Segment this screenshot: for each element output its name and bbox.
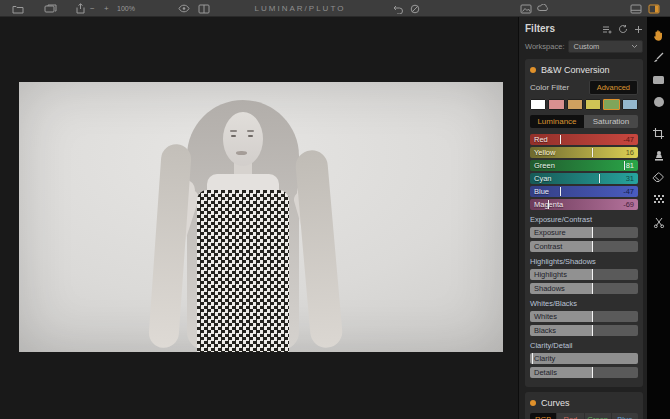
zoom-out-button[interactable]: − bbox=[90, 0, 95, 17]
radial-mask-tool-icon[interactable] bbox=[651, 94, 666, 109]
color-slider[interactable]: Blue -47 bbox=[530, 186, 638, 197]
slider-thumb[interactable] bbox=[592, 148, 593, 157]
slider-thumb[interactable] bbox=[599, 174, 600, 183]
color-slider[interactable]: Green 81 bbox=[530, 160, 638, 171]
slider-thumb[interactable] bbox=[592, 227, 593, 238]
curve-channel-tab[interactable]: Blue bbox=[612, 413, 638, 419]
image-icon[interactable] bbox=[520, 0, 532, 17]
advanced-button[interactable]: Advanced bbox=[589, 80, 638, 95]
brush-tool-icon[interactable] bbox=[651, 50, 666, 65]
compare-view-icon[interactable] bbox=[198, 0, 210, 17]
slider-thumb[interactable] bbox=[532, 353, 533, 364]
filters-panel: Filters Workspace: Custom bbox=[518, 17, 647, 419]
curve-channel-tab[interactable]: RGB bbox=[530, 413, 556, 419]
adjustment-slider[interactable]: Clarity bbox=[530, 353, 638, 364]
color-slider[interactable]: Yellow 16 bbox=[530, 147, 638, 158]
color-slider[interactable]: Red -47 bbox=[530, 134, 638, 145]
slider-label: Details bbox=[534, 368, 557, 377]
filters-panel-title: Filters bbox=[525, 23, 602, 34]
export-icon[interactable] bbox=[76, 0, 85, 17]
luminar-app: − + 100% LUMINAR/PLUTO bbox=[0, 0, 670, 419]
color-swatch[interactable] bbox=[585, 99, 601, 110]
color-slider[interactable]: Cyan 31 bbox=[530, 173, 638, 184]
color-swatch[interactable] bbox=[603, 99, 619, 110]
denoise-tool-icon[interactable] bbox=[651, 192, 666, 207]
filter-enabled-dot[interactable] bbox=[530, 400, 536, 406]
slider-label: Exposure bbox=[534, 228, 566, 237]
slider-thumb[interactable] bbox=[560, 187, 561, 196]
photo-figure bbox=[230, 130, 237, 132]
photo-figure-hair bbox=[294, 149, 343, 349]
zoom-level[interactable]: 100% bbox=[117, 0, 135, 17]
crop-tool-icon[interactable] bbox=[651, 126, 666, 141]
gradient-mask-tool-icon[interactable] bbox=[651, 72, 666, 87]
color-swatch[interactable] bbox=[567, 99, 583, 110]
workspace-label: Workspace: bbox=[525, 42, 564, 51]
slider-value: 31 bbox=[626, 174, 634, 183]
bw-conversion-title: B&W Conversion bbox=[541, 65, 610, 75]
curve-channel-tab[interactable]: Green bbox=[585, 413, 611, 419]
adjustment-slider[interactable]: Contrast bbox=[530, 241, 638, 252]
slider-value: -69 bbox=[623, 200, 634, 209]
adjustment-slider[interactable]: Exposure bbox=[530, 227, 638, 238]
preview-eye-icon[interactable] bbox=[178, 0, 190, 17]
add-filter-icon[interactable] bbox=[602, 20, 612, 38]
folder-icon[interactable] bbox=[12, 0, 24, 17]
curve-channel-tabs: RGBRedGreenBlue bbox=[530, 413, 638, 419]
color-filter-swatches bbox=[530, 99, 638, 110]
color-swatch[interactable] bbox=[530, 99, 546, 110]
slider-label: Blue bbox=[534, 187, 623, 196]
panel-right-icon[interactable] bbox=[648, 0, 660, 17]
zoom-in-button[interactable]: + bbox=[104, 0, 109, 17]
slider-thumb[interactable] bbox=[624, 161, 625, 170]
top-toolbar: − + 100% LUMINAR/PLUTO bbox=[0, 0, 670, 17]
slider-thumb[interactable] bbox=[548, 200, 549, 209]
filter-enabled-dot[interactable] bbox=[530, 67, 536, 73]
reset-icon[interactable] bbox=[618, 20, 628, 38]
photo-figure-houndstooth-top bbox=[197, 190, 289, 352]
slider-thumb[interactable] bbox=[592, 367, 593, 378]
curves-card: Curves RGBRedGreenBlue bbox=[525, 392, 643, 419]
scissors-tool-icon[interactable] bbox=[651, 214, 666, 229]
tab-saturation[interactable]: Saturation bbox=[584, 115, 638, 128]
photo-figure-face bbox=[223, 112, 263, 166]
adjustment-slider[interactable]: Blacks bbox=[530, 325, 638, 336]
slider-label: Green bbox=[534, 161, 626, 170]
adjustment-slider[interactable]: Shadows bbox=[530, 283, 638, 294]
slider-thumb[interactable] bbox=[592, 325, 593, 336]
curve-channel-tab[interactable]: Red bbox=[557, 413, 583, 419]
photo-figure bbox=[248, 135, 253, 137]
slider-thumb[interactable] bbox=[592, 269, 593, 280]
slider-thumb[interactable] bbox=[592, 311, 593, 322]
adjustment-slider[interactable]: Highlights bbox=[530, 269, 638, 280]
eraser-tool-icon[interactable] bbox=[651, 170, 666, 185]
panel-bottom-icon[interactable] bbox=[630, 0, 642, 17]
slider-label: Contrast bbox=[534, 242, 562, 251]
no-edit-icon[interactable] bbox=[410, 0, 420, 17]
undo-icon[interactable] bbox=[393, 0, 404, 17]
image-canvas[interactable] bbox=[0, 17, 518, 419]
plus-icon[interactable] bbox=[634, 20, 643, 38]
color-slider[interactable]: Magenta -69 bbox=[530, 199, 638, 210]
slider-label: Red bbox=[534, 135, 623, 144]
hand-tool-icon[interactable] bbox=[651, 28, 666, 43]
tool-rail bbox=[647, 17, 670, 419]
slider-value: -47 bbox=[623, 135, 634, 144]
photos-icon[interactable] bbox=[44, 0, 57, 17]
photo-figure bbox=[231, 135, 236, 137]
slider-value: 16 bbox=[626, 148, 634, 157]
workspace-dropdown[interactable]: Custom bbox=[568, 40, 643, 53]
clone-stamp-tool-icon[interactable] bbox=[651, 148, 666, 163]
slider-thumb[interactable] bbox=[560, 135, 561, 144]
color-swatch[interactable] bbox=[622, 99, 638, 110]
color-swatch[interactable] bbox=[548, 99, 564, 110]
chevron-down-icon bbox=[631, 42, 638, 51]
slider-label: Whites bbox=[534, 312, 557, 321]
tab-luminance[interactable]: Luminance bbox=[530, 115, 584, 128]
layers-icon[interactable] bbox=[537, 0, 549, 17]
slider-thumb[interactable] bbox=[592, 283, 593, 294]
slider-thumb[interactable] bbox=[592, 241, 593, 252]
adjustment-slider[interactable]: Whites bbox=[530, 311, 638, 322]
adjustment-slider[interactable]: Details bbox=[530, 367, 638, 378]
curves-title: Curves bbox=[541, 398, 570, 408]
